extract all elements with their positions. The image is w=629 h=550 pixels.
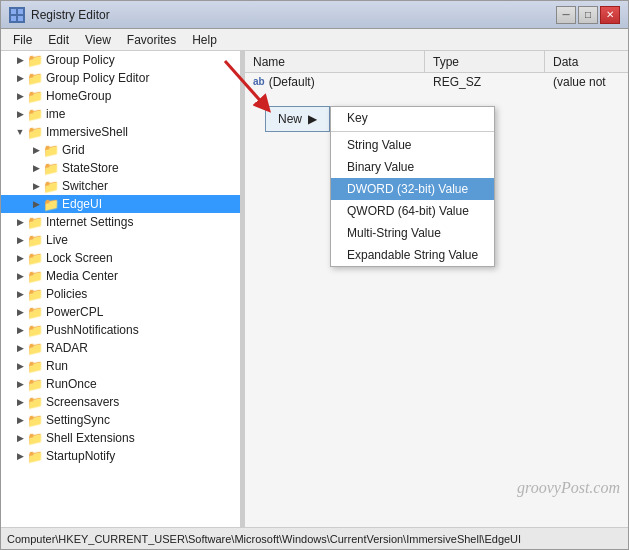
cell-name: ab(Default) (245, 75, 425, 89)
tree-expand-icon[interactable]: ▶ (13, 397, 27, 407)
tree-item[interactable]: ▼📁ImmersiveShell (1, 123, 240, 141)
menu-view[interactable]: View (77, 31, 119, 49)
tree-item-label: RunOnce (46, 377, 97, 391)
tree-item[interactable]: ▶📁Run (1, 357, 240, 375)
tree-expand-icon[interactable]: ▶ (29, 181, 43, 191)
status-text: Computer\HKEY_CURRENT_USER\Software\Micr… (7, 533, 521, 545)
folder-icon: 📁 (27, 449, 43, 464)
tree-item-label: Group Policy (46, 53, 115, 67)
tree-item[interactable]: ▶📁RADAR (1, 339, 240, 357)
tree-item[interactable]: ▶📁Media Center (1, 267, 240, 285)
tree-item[interactable]: ▶📁PushNotifications (1, 321, 240, 339)
tree-expand-icon[interactable]: ▼ (13, 127, 27, 137)
submenu-item[interactable]: Multi-String Value (331, 222, 494, 244)
tree-expand-icon[interactable]: ▶ (13, 55, 27, 65)
tree-item[interactable]: ▶📁PowerCPL (1, 303, 240, 321)
tree-expand-icon[interactable]: ▶ (13, 73, 27, 83)
new-submenu: KeyString ValueBinary ValueDWORD (32-bit… (330, 106, 495, 267)
tree-expand-icon[interactable]: ▶ (13, 361, 27, 371)
cell-type: REG_SZ (425, 75, 545, 89)
tree-item[interactable]: ▶📁HomeGroup (1, 87, 240, 105)
tree-item[interactable]: ▶📁StartupNotify (1, 447, 240, 465)
tree-item[interactable]: ▶📁Internet Settings (1, 213, 240, 231)
folder-icon: 📁 (27, 269, 43, 284)
watermark: groovyPost.com (517, 479, 620, 497)
folder-icon: 📁 (27, 305, 43, 320)
new-button[interactable]: New ▶ (265, 106, 330, 132)
title-buttons: ─ □ ✕ (556, 6, 620, 24)
new-button-arrow-icon: ▶ (308, 112, 317, 126)
tree-expand-icon[interactable]: ▶ (13, 217, 27, 227)
tree-item[interactable]: ▶📁Switcher (1, 177, 240, 195)
tree-item[interactable]: ▶📁EdgeUI (1, 195, 240, 213)
menu-favorites[interactable]: Favorites (119, 31, 184, 49)
tree-item-label: PushNotifications (46, 323, 139, 337)
tree-expand-icon[interactable]: ▶ (13, 415, 27, 425)
tree-item-label: StartupNotify (46, 449, 115, 463)
menu-help[interactable]: Help (184, 31, 225, 49)
tree-expand-icon[interactable]: ▶ (13, 451, 27, 461)
tree-item-label: Media Center (46, 269, 118, 283)
tree-item[interactable]: ▶📁Group Policy Editor (1, 69, 240, 87)
tree-item[interactable]: ▶📁SettingSync (1, 411, 240, 429)
svg-rect-3 (18, 16, 23, 21)
folder-icon: 📁 (43, 143, 59, 158)
tree-expand-icon[interactable]: ▶ (13, 91, 27, 101)
data-type-icon: ab (253, 76, 265, 87)
submenu-item[interactable]: Key (331, 107, 494, 129)
tree-item[interactable]: ▶📁Shell Extensions (1, 429, 240, 447)
tree-expand-icon[interactable]: ▶ (13, 343, 27, 353)
tree-expand-icon[interactable]: ▶ (29, 163, 43, 173)
folder-icon: 📁 (43, 161, 59, 176)
submenu-item[interactable]: Expandable String Value (331, 244, 494, 266)
tree-pane[interactable]: ▶📁Group Policy▶📁Group Policy Editor▶📁Hom… (1, 51, 241, 527)
context-menu-container: New ▶ KeyString ValueBinary ValueDWORD (… (265, 106, 495, 267)
tree-item[interactable]: ▶📁ime (1, 105, 240, 123)
table-row[interactable]: ab(Default)REG_SZ(value not (245, 73, 628, 91)
tree-item-label: Switcher (62, 179, 108, 193)
close-button[interactable]: ✕ (600, 6, 620, 24)
submenu-item[interactable]: QWORD (64-bit) Value (331, 200, 494, 222)
tree-item[interactable]: ▶📁StateStore (1, 159, 240, 177)
tree-item[interactable]: ▶📁Live (1, 231, 240, 249)
tree-item[interactable]: ▶📁Screensavers (1, 393, 240, 411)
tree-item-label: HomeGroup (46, 89, 111, 103)
col-header-name: Name (245, 51, 425, 72)
tree-item[interactable]: ▶📁Group Policy (1, 51, 240, 69)
tree-item[interactable]: ▶📁Grid (1, 141, 240, 159)
submenu-item[interactable]: DWORD (32-bit) Value (331, 178, 494, 200)
tree-item-label: Lock Screen (46, 251, 113, 265)
app-icon (9, 7, 25, 23)
tree-expand-icon[interactable]: ▶ (29, 145, 43, 155)
tree-expand-icon[interactable]: ▶ (13, 109, 27, 119)
tree-expand-icon[interactable]: ▶ (29, 199, 43, 209)
maximize-button[interactable]: □ (578, 6, 598, 24)
menu-file[interactable]: File (5, 31, 40, 49)
tree-item[interactable]: ▶📁Lock Screen (1, 249, 240, 267)
tree-expand-icon[interactable]: ▶ (13, 289, 27, 299)
folder-icon: 📁 (27, 341, 43, 356)
tree-expand-icon[interactable]: ▶ (13, 325, 27, 335)
folder-icon: 📁 (27, 323, 43, 338)
tree-expand-icon[interactable]: ▶ (13, 307, 27, 317)
tree-item-label: Screensavers (46, 395, 119, 409)
title-bar: Registry Editor ─ □ ✕ (1, 1, 628, 29)
tree-expand-icon[interactable]: ▶ (13, 433, 27, 443)
svg-rect-2 (11, 16, 16, 21)
tree-expand-icon[interactable]: ▶ (13, 253, 27, 263)
menu-edit[interactable]: Edit (40, 31, 77, 49)
tree-expand-icon[interactable]: ▶ (13, 235, 27, 245)
tree-expand-icon[interactable]: ▶ (13, 271, 27, 281)
submenu-item[interactable]: String Value (331, 134, 494, 156)
tree-item[interactable]: ▶📁Policies (1, 285, 240, 303)
tree-item[interactable]: ▶📁RunOnce (1, 375, 240, 393)
minimize-button[interactable]: ─ (556, 6, 576, 24)
folder-icon: 📁 (27, 287, 43, 302)
title-bar-left: Registry Editor (9, 7, 110, 23)
folder-icon: 📁 (27, 395, 43, 410)
menu-bar: File Edit View Favorites Help (1, 29, 628, 51)
col-header-data: Data (545, 51, 628, 72)
submenu-separator (331, 131, 494, 132)
tree-expand-icon[interactable]: ▶ (13, 379, 27, 389)
submenu-item[interactable]: Binary Value (331, 156, 494, 178)
